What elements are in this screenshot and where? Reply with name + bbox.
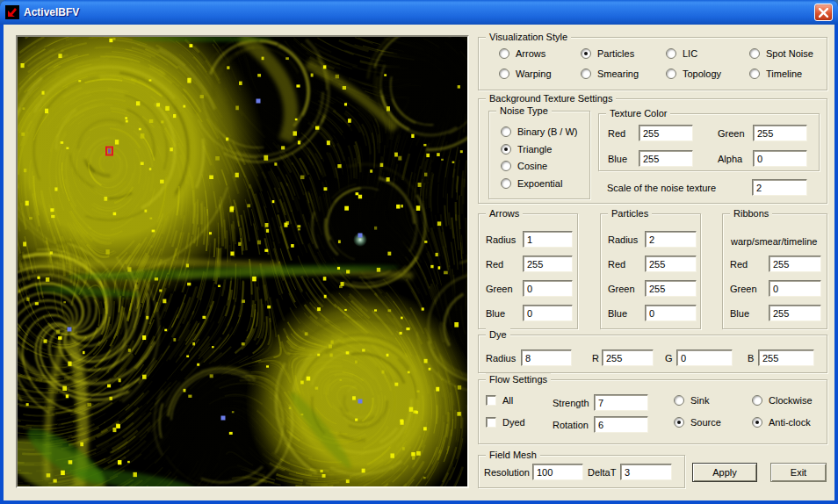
radio-warping[interactable]: Warping (499, 68, 552, 79)
group-arrows: Arrows Radius Red Green Blue (478, 213, 578, 329)
resolution-input[interactable] (532, 464, 583, 480)
radio-particles[interactable]: Particles (581, 48, 634, 59)
group-ribbons: Ribbons warp/smear/timeline Red Green Bl… (722, 213, 827, 329)
field-label: Blue (730, 308, 749, 320)
radio-cosine[interactable]: Cosine (501, 161, 547, 171)
particles-red-input[interactable] (645, 256, 697, 272)
radio-sink[interactable]: Sink (674, 395, 709, 406)
radio-clockwise[interactable]: Clockwise (752, 395, 813, 406)
radio-timeline[interactable]: Timeline (749, 68, 802, 79)
field-label: Radius (486, 353, 516, 364)
group-title: Flow Settings (486, 373, 551, 385)
dye-radius-input[interactable] (521, 349, 572, 366)
group-title: Particles (608, 207, 652, 220)
checkbox-label: All (502, 395, 513, 406)
field-label: B (748, 353, 754, 364)
ribbons-blue-input[interactable] (769, 305, 821, 321)
radio-triangle[interactable]: Triangle (501, 144, 552, 155)
field-label: G (665, 353, 673, 364)
ribbons-green-input[interactable] (769, 280, 821, 297)
ribbons-caption: warp/smear/timeline (731, 236, 817, 248)
radio-icon (581, 68, 591, 79)
dye-r-input[interactable] (602, 349, 654, 366)
checkbox-label: Dyed (502, 417, 525, 428)
checkbox-icon (486, 417, 496, 428)
texture-red-input[interactable] (639, 125, 693, 141)
field-label: DeltaT (588, 467, 616, 479)
group-flow-settings: Flow Settings All Strength Sink Clockwis… (478, 379, 827, 444)
field-label: Green (486, 284, 513, 295)
texture-green-input[interactable] (753, 125, 807, 141)
particles-radius-input[interactable] (645, 231, 697, 248)
noise-scale-label: Scale of the noise texture (607, 183, 716, 194)
titlebar[interactable]: ActiveIBFV (0, 0, 838, 25)
radio-icon (752, 417, 762, 428)
group-field-mesh: Field Mesh Resolution DeltaT (478, 455, 685, 488)
group-title: Background Texture Settings (486, 92, 616, 104)
radio-icon (501, 126, 511, 137)
strength-input[interactable] (594, 394, 648, 411)
radio-topology[interactable]: Topology (666, 68, 721, 79)
radio-source[interactable]: Source (674, 417, 721, 428)
field-label: Blue (608, 308, 627, 320)
radio-binary[interactable]: Binary (B / W) (501, 126, 577, 137)
field-label: Red (730, 259, 748, 270)
field-label: Green (730, 284, 757, 295)
field-label: Rotation (553, 420, 589, 431)
group-title: Visualization Style (486, 31, 571, 43)
arrows-blue-input[interactable] (523, 305, 573, 321)
arrows-green-input[interactable] (523, 280, 573, 297)
window-title: ActiveIBFV (24, 6, 79, 18)
group-title: Texture Color (606, 107, 670, 119)
arrows-radius-input[interactable] (523, 231, 573, 248)
close-icon (819, 8, 828, 18)
field-label: Radius (486, 234, 516, 246)
radio-icon (749, 68, 760, 79)
group-dye: Dye Radius R G B (478, 335, 827, 373)
arrows-red-input[interactable] (523, 256, 573, 272)
group-texture-color: Texture Color Red Green Blue Alpha (598, 113, 820, 171)
radio-label: Timeline (766, 68, 802, 79)
radio-smearing[interactable]: Smearing (581, 68, 639, 79)
radio-arrows[interactable]: Arrows (499, 48, 545, 59)
radio-icon (501, 144, 511, 155)
field-label: Green (718, 128, 745, 140)
checkbox-dyed[interactable]: Dyed (486, 417, 525, 428)
group-title: Noise Type (496, 104, 552, 117)
texture-blue-input[interactable] (639, 150, 693, 167)
rotation-input[interactable] (594, 416, 648, 433)
radio-label: Smearing (597, 68, 639, 79)
group-particles: Particles Radius Red Green Blue (600, 213, 701, 329)
radio-label: Particles (597, 48, 634, 59)
field-label: Red (608, 259, 625, 270)
radio-label: Topology (683, 68, 721, 79)
field-label: R (592, 353, 599, 364)
radio-anticlock[interactable]: Anti-clock (752, 417, 811, 428)
radio-spot-noise[interactable]: Spot Noise (749, 48, 813, 59)
app-icon (5, 5, 19, 19)
close-button[interactable] (814, 4, 833, 21)
noise-scale-input[interactable] (752, 179, 807, 196)
radio-label: Sink (690, 395, 709, 406)
radio-icon (752, 395, 762, 406)
radio-expoential[interactable]: Expoential (501, 178, 562, 189)
particles-blue-input[interactable] (645, 305, 697, 321)
flow-canvas[interactable] (18, 37, 467, 486)
radio-label: LIC (683, 48, 697, 59)
dye-g-input[interactable] (676, 349, 733, 366)
checkbox-all[interactable]: All (486, 395, 513, 406)
radio-icon (674, 395, 684, 406)
radio-lic[interactable]: LIC (666, 48, 697, 59)
radio-icon (666, 48, 676, 59)
group-title: Ribbons (730, 207, 772, 220)
deltat-input[interactable] (620, 464, 672, 480)
apply-button[interactable]: Apply (692, 463, 757, 482)
ribbons-red-input[interactable] (769, 256, 821, 272)
particles-green-input[interactable] (645, 280, 697, 297)
texture-alpha-input[interactable] (753, 150, 807, 167)
exit-button[interactable]: Exit (770, 463, 827, 482)
dye-b-input[interactable] (758, 349, 814, 366)
radio-icon (666, 68, 676, 79)
field-label: Blue (608, 154, 627, 165)
field-label: Strength (553, 398, 589, 409)
